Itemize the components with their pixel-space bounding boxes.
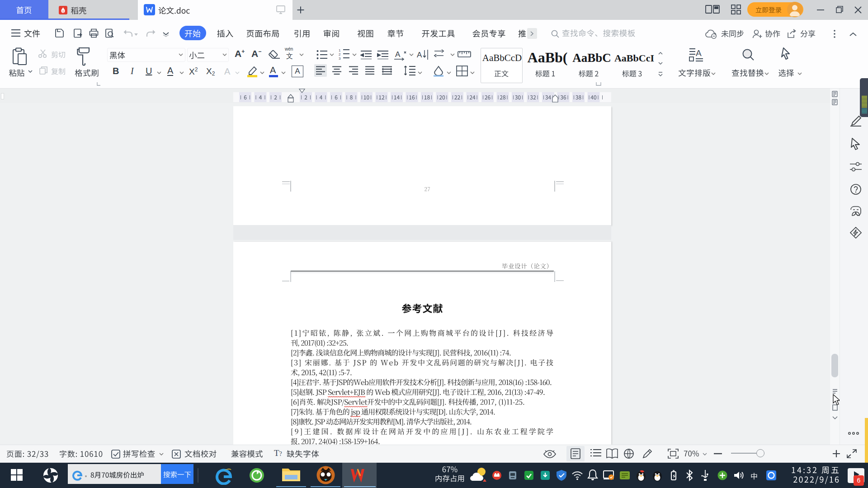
- svg-text:1: 1: [339, 48, 341, 52]
- svg-text:2: 2: [339, 52, 341, 56]
- svg-text:A: A: [417, 51, 422, 59]
- svg-text:3: 3: [339, 56, 341, 61]
- svg-text:A: A: [395, 50, 401, 59]
- svg-text:A: A: [696, 48, 702, 58]
